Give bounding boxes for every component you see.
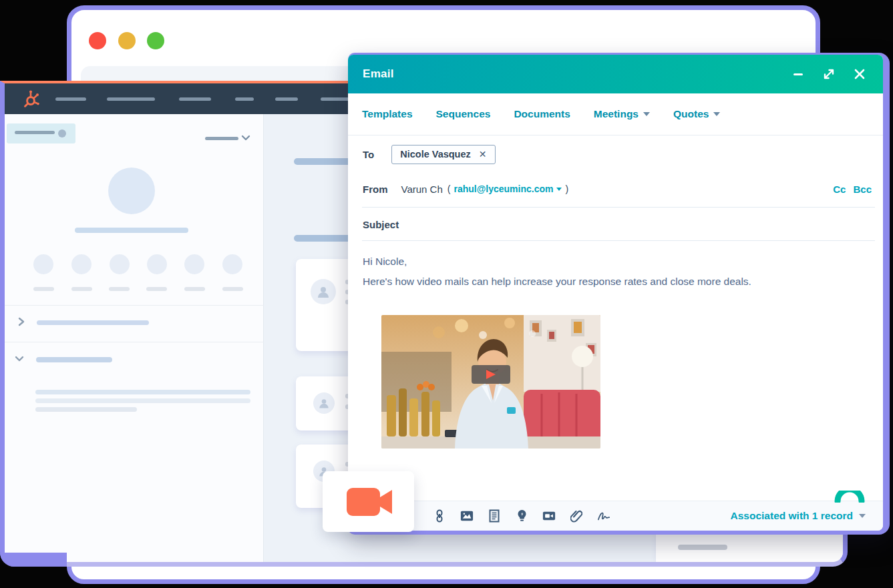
to-label: To: [363, 149, 374, 160]
placeholder-bar: [678, 545, 727, 550]
caret-down-icon: [643, 112, 650, 116]
nav-placeholder-item: [321, 97, 350, 101]
divider: [5, 305, 264, 306]
editor-toolbar: Associated with 1 record: [348, 501, 883, 531]
chip-remove-icon[interactable]: ✕: [479, 149, 487, 160]
email-modal-frame: Email: [348, 53, 890, 535]
placeholder-dot: [58, 129, 66, 137]
send-button-arc[interactable]: [834, 491, 865, 503]
placeholder-bar: [146, 287, 167, 291]
caret-down-icon[interactable]: [556, 188, 562, 191]
placeholder-bar: [184, 287, 205, 291]
video-camera-icon: [339, 486, 399, 518]
email-body-editor[interactable]: Hi Nicole, Here's how video mails can he…: [363, 255, 870, 295]
tab-meetings[interactable]: Meetings: [594, 108, 650, 120]
recipient-chip[interactable]: Nicole Vasquez ✕: [391, 145, 495, 164]
expand-icon[interactable]: [822, 67, 836, 81]
email-modal: Email: [348, 55, 883, 531]
recipient-name: Nicole Vasquez: [400, 149, 471, 160]
attachment-icon[interactable]: [570, 509, 583, 523]
body-line: Here's how video mails can help increase…: [363, 275, 870, 288]
lightbulb-icon[interactable]: [515, 509, 528, 523]
traffic-light-maximize-icon[interactable]: [147, 32, 164, 49]
signature-icon[interactable]: [597, 509, 610, 523]
placeholder-bar: [33, 287, 54, 291]
placeholder-bar: [35, 390, 250, 394]
action-circle-placeholder[interactable]: [71, 254, 92, 274]
paren-open: (: [448, 184, 451, 194]
email-modal-header: Email: [348, 55, 883, 93]
associated-label: Associated with 1 record: [731, 510, 853, 522]
caret-down-icon: [713, 112, 720, 116]
divider: [5, 342, 264, 342]
tab-sequences[interactable]: Sequences: [436, 108, 491, 120]
placeholder-bar: [71, 287, 92, 291]
video-thumbnail[interactable]: [381, 315, 600, 449]
nav-placeholder-item: [179, 97, 211, 101]
traffic-light-minimize-icon[interactable]: [118, 32, 136, 49]
crm-window-corner: [0, 553, 67, 567]
from-email-dropdown[interactable]: rahul@lyceuminc.com: [454, 184, 553, 194]
placeholder-bar: [75, 228, 188, 233]
placeholder-bar: [109, 287, 130, 291]
nav-placeholder-item: [107, 97, 155, 101]
divider: [362, 207, 875, 208]
action-circle-placeholder[interactable]: [33, 254, 53, 274]
nav-placeholder-item: [55, 97, 86, 101]
from-field-row: From Varun Ch ( rahul@lyceuminc.com ) Cc…: [363, 178, 872, 200]
modal-title: Email: [363, 67, 394, 81]
nav-placeholder-item: [235, 97, 254, 101]
link-icon[interactable]: [433, 509, 446, 523]
search-highlight-box[interactable]: [7, 123, 75, 143]
associated-records-dropdown[interactable]: Associated with 1 record: [731, 510, 866, 522]
crm-contact-panel: [5, 114, 264, 564]
page: Email: [0, 0, 893, 588]
chevron-down-icon[interactable]: [240, 133, 251, 143]
divider: [362, 240, 875, 241]
action-circle-placeholder[interactable]: [110, 254, 130, 274]
person-avatar-icon: [313, 392, 335, 414]
placeholder-bar: [36, 357, 112, 362]
person-avatar-icon: [311, 279, 336, 304]
placeholder-bar: [222, 287, 243, 291]
video-record-button[interactable]: [323, 471, 414, 532]
nav-placeholder-item: [275, 97, 298, 101]
minimize-icon[interactable]: [791, 67, 806, 81]
action-circle-placeholder[interactable]: [184, 254, 204, 274]
subject-label: Subject: [363, 219, 399, 230]
tab-quotes[interactable]: Quotes: [673, 108, 720, 120]
contact-avatar-placeholder: [108, 168, 155, 214]
caret-down-icon: [859, 514, 866, 518]
cc-button[interactable]: Cc: [833, 184, 846, 195]
tab-documents[interactable]: Documents: [514, 108, 570, 120]
placeholder-bar: [15, 131, 55, 134]
placeholder-bar: [37, 320, 149, 325]
template-icon[interactable]: [488, 509, 501, 523]
chevron-right-icon[interactable]: [17, 316, 25, 327]
bcc-button[interactable]: Bcc: [853, 184, 872, 195]
close-icon[interactable]: [852, 67, 867, 81]
placeholder-bar: [35, 407, 137, 412]
action-circle-placeholder[interactable]: [222, 254, 242, 274]
placeholder-bar: [205, 137, 238, 140]
tab-templates[interactable]: Templates: [362, 108, 413, 120]
from-name: Varun Ch: [401, 184, 443, 195]
subject-input[interactable]: Subject: [363, 215, 870, 234]
paren-close: ): [565, 184, 568, 194]
from-label: From: [363, 184, 388, 195]
to-field-row[interactable]: To Nicole Vasquez ✕: [363, 141, 870, 167]
modal-tab-bar: Templates Sequences Documents Meetings Q…: [348, 93, 883, 135]
image-icon[interactable]: [460, 509, 474, 523]
video-icon[interactable]: [542, 509, 556, 523]
body-line: Hi Nicole,: [363, 255, 870, 268]
hubspot-sprocket-icon: [21, 89, 39, 108]
action-circle-placeholder[interactable]: [147, 254, 167, 274]
chevron-down-icon[interactable]: [14, 354, 25, 364]
traffic-light-close-icon[interactable]: [89, 32, 106, 49]
placeholder-bar: [35, 398, 250, 403]
